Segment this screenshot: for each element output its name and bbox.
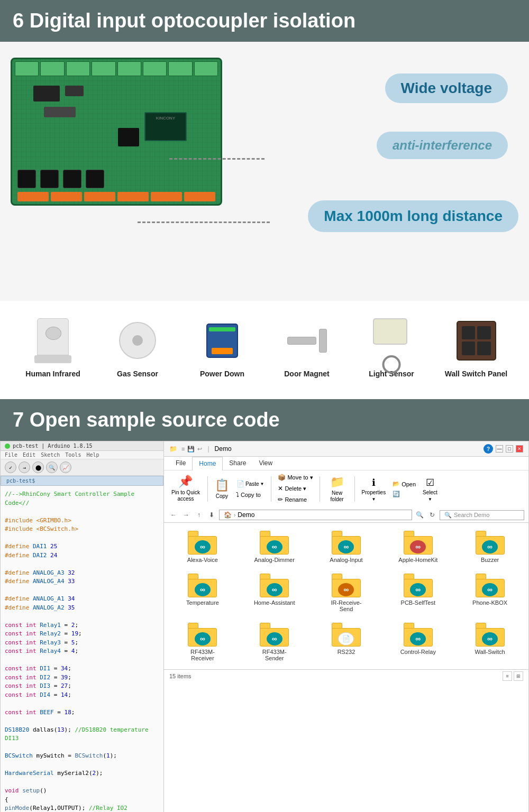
folder-rs232[interactable]: RS232 (313, 620, 380, 664)
ide-debug-btn[interactable]: ⬤ (32, 462, 44, 473)
ide-menu[interactable]: File Edit Sketch Tools Help (1, 451, 163, 459)
wide-voltage-text: Wide voltage (401, 80, 492, 96)
folder-ir-receive-send[interactable]: IR-Receive-Send (313, 571, 380, 615)
folder-control-relay[interactable]: Control-Relay (385, 620, 451, 664)
fe-title-separator: | (207, 445, 209, 453)
folder-rf433m-sender[interactable]: RF433M-Sender (241, 620, 308, 664)
folder-home-assistant[interactable]: Home-Assistant (241, 571, 308, 615)
paste-btn[interactable]: 📄 Paste ▼ (234, 478, 267, 489)
copy-to-btn[interactable]: ⤵ Copy to (234, 490, 267, 500)
code-line (5, 717, 159, 726)
folder-icon-analog-input (332, 531, 361, 555)
folder-pcb-selftest[interactable]: PCB-SelfTest (385, 571, 451, 615)
folder-body (260, 579, 289, 597)
dashed-line-2 (138, 222, 270, 223)
fe-path-bar[interactable]: 🏠 › Demo (219, 510, 412, 520)
terminal-block (194, 61, 218, 76)
folder-wall-switch[interactable]: Wall-Switch (457, 620, 523, 664)
new-folder-icon: 📁 (330, 475, 344, 489)
fe-minimize-btn[interactable]: — (496, 445, 503, 453)
section7-header: 7 Open sample source code (0, 399, 529, 441)
fe-close-btn[interactable]: ✕ (516, 445, 523, 453)
rename-btn[interactable]: ✏ Rename (276, 495, 315, 504)
fe-search-box[interactable]: 🔍 Search Demo (440, 510, 524, 520)
properties-dropdown[interactable]: ▼ (371, 497, 376, 502)
folder-alexa-voice[interactable]: Alexa-Voice (169, 528, 236, 566)
orange-block (17, 192, 49, 201)
move-to-btn[interactable]: 📦 Move to ▾ (276, 473, 315, 482)
folder-buzzer[interactable]: Buzzer (457, 528, 523, 566)
chip (118, 128, 139, 146)
view-list-btn[interactable]: ≡ (503, 671, 512, 681)
view-grid-btn[interactable]: ⊞ (514, 671, 523, 681)
folder-body (404, 579, 433, 597)
folder-analog-dimmer[interactable]: Analog-Dimmer (241, 528, 308, 566)
sensor-item-door-magnet: Door Magnet (270, 317, 344, 378)
properties-btn[interactable]: ℹ Properties ▼ (359, 475, 389, 503)
folder-icon-analog-dimmer (260, 531, 289, 555)
fe-help-btn[interactable]: ? (484, 444, 493, 454)
ide-serial-plotter-btn[interactable]: 📈 (60, 462, 71, 473)
nav-back-btn[interactable]: ← (168, 510, 179, 520)
folder-analog-input[interactable]: Analog-Input (313, 528, 380, 566)
code-line: pinMode(Relay1,OUTPUT); //Relay IO2 (5, 804, 159, 812)
refresh-btn[interactable]: 🔄 (390, 490, 418, 499)
path-refresh-btn[interactable]: ↻ (427, 510, 437, 520)
select-dropdown[interactable]: ▼ (428, 497, 432, 502)
open-btn[interactable]: 📂 Open (390, 479, 418, 488)
folder-apple-homekit[interactable]: Apple-HomeKit (385, 528, 451, 566)
code-line: BCSwitch mySwitch = BCSwitch(1); (5, 752, 159, 761)
view-icons: ≡ ⊞ (503, 671, 523, 681)
ide-serial-monitor-btn[interactable]: 🔍 (46, 462, 58, 473)
ide-upload-btn[interactable]: → (19, 462, 30, 473)
menu-edit[interactable]: Edit (23, 452, 35, 458)
ide-tab[interactable]: pcb-test$ (1, 476, 163, 486)
menu-tools[interactable]: Tools (65, 452, 81, 458)
arduino-icon (482, 632, 498, 645)
copy-btn[interactable]: 📋 Copy (212, 477, 232, 501)
terminal-block (117, 61, 141, 76)
code-line (5, 743, 159, 752)
folder-temperature[interactable]: Temperature (169, 571, 236, 615)
pir-base (34, 355, 71, 363)
refresh-path-btn[interactable]: 🔍 (414, 510, 425, 520)
select-btn[interactable]: ☑ Select ▼ (420, 475, 440, 503)
code-line: void setup() (5, 787, 159, 796)
section6-header: 6 Digital input optocoupler isolation (0, 0, 529, 42)
fe-titlebar: 📁 ≡ 💾 ↩ | Demo ? — □ ✕ (164, 441, 528, 457)
delete-btn[interactable]: ✕ Delete ▾ (276, 484, 315, 493)
nav-recent-btn[interactable]: ⬇ (206, 510, 217, 520)
folder-label-analog-input: Analog-Input (330, 557, 362, 563)
properties-icon: ℹ (372, 477, 376, 488)
ide-code-area[interactable]: //-->RhinCony Smart Controller Sample Co… (1, 486, 163, 812)
code-line (5, 699, 159, 708)
menu-sketch[interactable]: Sketch (41, 452, 60, 458)
pir-body (37, 318, 69, 355)
folder-label-alexa: Alexa-Voice (187, 557, 218, 563)
fe-maximize-btn[interactable]: □ (506, 445, 513, 453)
menu-file[interactable]: File (5, 452, 17, 458)
folder-label-rf433m-receiver: RF433M-Receiver (181, 649, 224, 661)
menu-help[interactable]: Help (86, 452, 99, 458)
fe-tab-share[interactable]: Share (223, 457, 252, 470)
folder-phone-kbox[interactable]: Phone-KBOX (457, 571, 523, 615)
ribbon-sep-1 (207, 476, 208, 502)
light-body (373, 318, 407, 345)
folder-rf433m-receiver[interactable]: RF433M-Receiver (169, 620, 236, 664)
fe-tab-home[interactable]: Home (192, 457, 223, 470)
code-line (5, 534, 159, 543)
code-line: DS18B20 dallas(13); //DS18B20 temperatur… (5, 726, 159, 743)
nav-up-btn[interactable]: ↑ (194, 510, 204, 520)
open-icon: 📂 (393, 481, 400, 487)
pcb-area: KINCONY Wide voltage anti-interference M… (0, 42, 529, 301)
nav-forward-btn[interactable]: → (181, 510, 191, 520)
chip (33, 86, 60, 102)
new-folder-btn[interactable]: 📁 Newfolder (327, 474, 347, 504)
mag-part1 (287, 337, 316, 345)
terminal-block (143, 61, 167, 76)
badge-wide-voltage: Wide voltage (385, 73, 508, 103)
ide-verify-btn[interactable]: ✓ (5, 462, 16, 473)
pin-to-quick-access-btn[interactable]: 📌 Pin to Quickaccess (168, 473, 203, 505)
fe-tab-file[interactable]: File (169, 457, 192, 470)
fe-tab-view[interactable]: View (252, 457, 279, 470)
